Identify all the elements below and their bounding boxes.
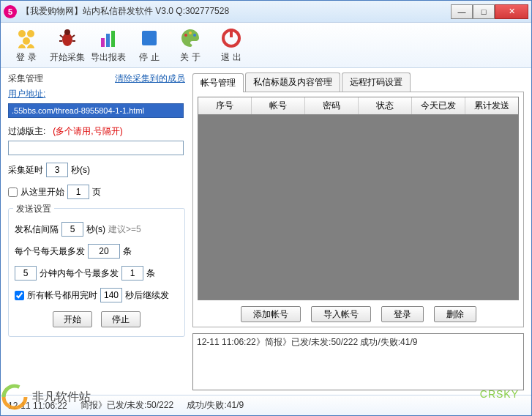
filter-input[interactable] bbox=[8, 141, 184, 155]
seconds-label: 秒(s) bbox=[71, 164, 90, 177]
page-input[interactable] bbox=[67, 185, 89, 199]
all-done-checkbox[interactable] bbox=[15, 291, 24, 300]
url-input[interactable] bbox=[8, 103, 184, 118]
svg-rect-11 bbox=[111, 31, 115, 47]
grid-col[interactable]: 序号 bbox=[198, 97, 252, 114]
bug-icon bbox=[56, 26, 79, 50]
log-area[interactable]: 12-11 11:06:22》简报》已发/未发:50/222 成功/失败:41/… bbox=[192, 333, 524, 390]
power-icon bbox=[220, 26, 243, 50]
filter-hint: (多个请用,号隔开) bbox=[53, 125, 122, 138]
svg-line-6 bbox=[72, 35, 75, 37]
add-account-button[interactable]: 添加帐号 bbox=[241, 306, 301, 322]
page-unit-label: 页 bbox=[92, 186, 101, 198]
clear-members-link[interactable]: 清除采集到的成员 bbox=[115, 73, 185, 85]
collect-title: 采集管理 bbox=[8, 73, 43, 85]
stop-tool[interactable]: 停 止 bbox=[130, 26, 169, 64]
svg-point-15 bbox=[193, 34, 196, 37]
tab-body: 序号 帐号 密码 状态 今天已发 累计发送 添加帐号 导入帐号 登录 删除 bbox=[192, 92, 524, 327]
status-result: 成功/失败:41/9 bbox=[187, 399, 244, 412]
filter-label: 过滤版主: bbox=[8, 125, 45, 138]
svg-rect-10 bbox=[106, 34, 110, 47]
interval-hint: 建议>=5 bbox=[108, 223, 141, 236]
grid-col[interactable]: 密码 bbox=[305, 97, 359, 114]
account-grid[interactable]: 序号 帐号 密码 状态 今天已发 累计发送 bbox=[198, 97, 519, 300]
maximize-button[interactable]: □ bbox=[473, 4, 495, 19]
tab-title-content[interactable]: 私信标题及内容管理 bbox=[245, 73, 340, 92]
per-day-label: 每个号每天最多发 bbox=[15, 245, 85, 258]
grid-header: 序号 帐号 密码 状态 今天已发 累计发送 bbox=[198, 97, 518, 115]
tab-account[interactable]: 帐号管理 bbox=[192, 73, 244, 92]
interval-input[interactable] bbox=[61, 222, 83, 237]
svg-point-4 bbox=[64, 29, 70, 35]
svg-point-14 bbox=[189, 31, 192, 34]
export-tool[interactable]: 导出报表 bbox=[89, 26, 128, 64]
close-button[interactable]: ✕ bbox=[495, 4, 528, 19]
per-day-input[interactable] bbox=[88, 244, 120, 259]
tabs: 帐号管理 私信标题及内容管理 远程打码设置 bbox=[192, 73, 524, 92]
grid-col[interactable]: 今天已发 bbox=[412, 97, 465, 114]
start-send-button[interactable]: 开始 bbox=[53, 311, 92, 327]
svg-point-2 bbox=[23, 37, 30, 45]
minimize-button[interactable]: — bbox=[451, 4, 473, 19]
title-bar: 5 【我爱购物网】站内私信群发软件 V3.0 Q:302777528 — □ ✕ bbox=[1, 1, 531, 23]
from-here-label: 从这里开始 bbox=[20, 186, 64, 198]
svg-point-1 bbox=[27, 30, 34, 37]
svg-line-5 bbox=[60, 35, 63, 37]
stop-icon bbox=[138, 26, 161, 50]
all-done-label: 所有帐号都用完时 bbox=[27, 289, 97, 302]
per-min-label: 分钟内每个号最多发 bbox=[40, 267, 119, 280]
svg-rect-9 bbox=[101, 38, 105, 47]
all-done-input[interactable] bbox=[100, 288, 122, 302]
per-min-input[interactable] bbox=[121, 266, 143, 281]
svg-point-13 bbox=[184, 34, 187, 37]
svg-rect-12 bbox=[142, 31, 157, 45]
send-settings: 发送设置 发私信间隔 秒(s) 建议>=5 每个号每天最多发 条 分钟内每个号最… bbox=[8, 208, 185, 337]
delete-account-button[interactable]: 删除 bbox=[434, 306, 476, 322]
delay-input[interactable] bbox=[46, 163, 68, 177]
grid-col[interactable]: 帐号 bbox=[252, 97, 305, 114]
login-account-button[interactable]: 登录 bbox=[381, 306, 424, 322]
chart-icon bbox=[97, 26, 120, 50]
user-address-link[interactable]: 用户地址: bbox=[8, 88, 185, 100]
login-tool[interactable]: 登 录 bbox=[7, 26, 46, 64]
about-tool[interactable]: 关 于 bbox=[171, 26, 210, 64]
interval-label: 发私信间隔 bbox=[15, 223, 59, 236]
svg-point-0 bbox=[18, 30, 26, 37]
users-icon bbox=[15, 26, 38, 50]
stop-send-button[interactable]: 停止 bbox=[101, 311, 141, 327]
window-title: 【我爱购物网】站内私信群发软件 V3.0 Q:302777528 bbox=[21, 5, 451, 18]
status-bar: 12-11 11:06:22 简报》已发/未发:50/222 成功/失败:41/… bbox=[1, 395, 531, 415]
per-min-pre-input[interactable] bbox=[15, 266, 37, 281]
toolbar: 登 录 开始采集 导出报表 停 止 关 于 退 出 bbox=[1, 23, 531, 68]
grid-col[interactable]: 累计发送 bbox=[465, 97, 518, 114]
grid-col[interactable]: 状态 bbox=[359, 97, 412, 114]
delay-label: 采集延时 bbox=[8, 164, 43, 177]
from-here-checkbox[interactable] bbox=[8, 187, 18, 197]
import-account-button[interactable]: 导入帐号 bbox=[311, 306, 371, 322]
tab-remote[interactable]: 远程打码设置 bbox=[342, 73, 411, 92]
app-icon: 5 bbox=[4, 5, 17, 18]
status-time: 12-11 11:06:22 bbox=[8, 401, 67, 411]
svg-rect-17 bbox=[230, 29, 233, 37]
send-legend: 发送设置 bbox=[13, 203, 54, 215]
right-panel: 帐号管理 私信标题及内容管理 远程打码设置 序号 帐号 密码 状态 今天已发 累… bbox=[192, 68, 531, 395]
exit-tool[interactable]: 退 出 bbox=[211, 26, 251, 64]
left-panel: 采集管理 清除采集到的成员 用户地址: 过滤版主: (多个请用,号隔开) 采集延… bbox=[1, 68, 192, 395]
start-collect-tool[interactable]: 开始采集 bbox=[48, 26, 87, 64]
status-brief: 简报》已发/未发:50/222 bbox=[80, 399, 173, 412]
palette-icon bbox=[179, 26, 202, 50]
